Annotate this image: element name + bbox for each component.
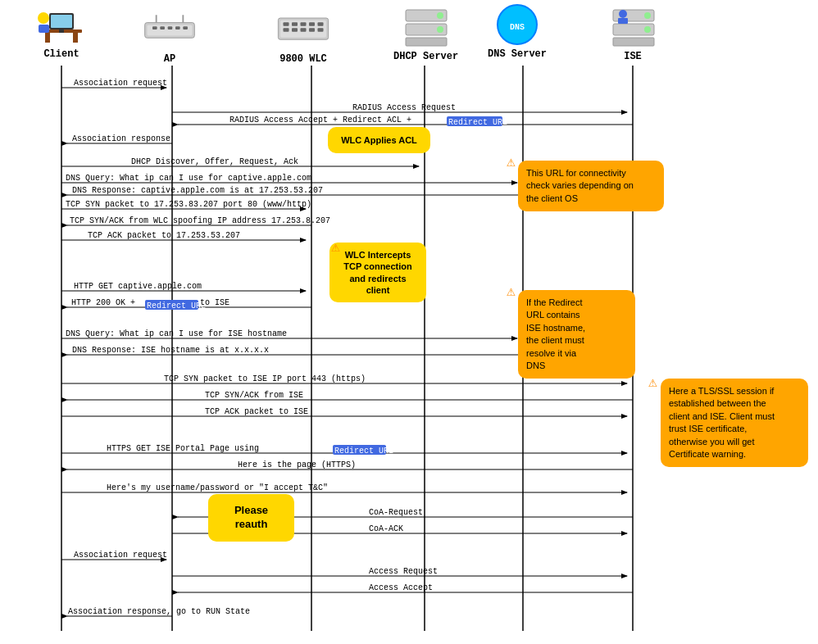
svg-rect-60 <box>292 28 298 31</box>
callout-wlc-applies-acl: WLC Applies ACL <box>328 127 430 153</box>
svg-text:DNS: DNS <box>509 23 524 32</box>
svg-rect-19 <box>145 300 198 310</box>
svg-rect-39 <box>51 15 72 28</box>
msg-label-m7: DNS Response: captive.apple.com is at 17… <box>72 186 323 195</box>
svg-rect-59 <box>284 28 289 31</box>
msg-label-m4: Association response <box>72 134 170 143</box>
warn-icon-3: ⚠ <box>507 282 516 300</box>
msg-label-m6: DNS Query: What ip can I use for captive… <box>66 174 311 183</box>
msg-label-m24: Access Request <box>369 567 438 576</box>
svg-point-67 <box>437 26 443 33</box>
dns-label: DNS Server <box>488 48 547 60</box>
actor-dns: DNS DNS Server <box>488 2 547 60</box>
svg-rect-75 <box>613 38 654 46</box>
msg-label-m12b: Redirect URL <box>147 302 206 311</box>
svg-point-72 <box>644 12 651 19</box>
svg-point-65 <box>437 12 443 19</box>
svg-rect-58 <box>318 22 324 25</box>
ise-icon <box>604 4 661 49</box>
msg-label-m8: TCP SYN packet to 17.253.83.207 port 80 … <box>66 200 311 209</box>
wlc-label: 9800 WLC <box>279 53 327 65</box>
svg-rect-45 <box>152 26 157 29</box>
dhcp-label: DHCP Server <box>393 51 458 62</box>
msg-label-m2: RADIUS Access Request <box>352 103 456 112</box>
svg-rect-62 <box>309 28 315 31</box>
msg-label-m11: HTTP GET captive.apple.com <box>74 282 202 291</box>
dhcp-icon <box>398 4 455 49</box>
msg-label-m19: Here is the page (HTTPS) <box>238 460 356 469</box>
diagram: Association request RADIUS Access Reques… <box>0 0 818 644</box>
msg-label-m20: Here's my username/password or "I accept… <box>107 483 328 492</box>
msg-label-m3b: Redirect URL <box>448 118 507 127</box>
svg-rect-37 <box>73 33 78 43</box>
svg-point-76 <box>619 10 627 18</box>
msg-label-m18b: Redirect URL <box>334 447 393 456</box>
msg-label-m26: Association response, go to RUN State <box>68 607 250 616</box>
warn-icon-2: ⚠ <box>331 238 340 256</box>
wlc-icon <box>275 7 332 52</box>
warn-icon-1: ⚠ <box>507 152 516 170</box>
msg-label-m10: TCP ACK packet to 17.253.53.207 <box>88 231 240 240</box>
dns-icon: DNS <box>489 2 546 47</box>
warn-icon-4: ⚠ <box>648 373 657 391</box>
msg-label-m13: DNS Query: What ip can I use for ISE hos… <box>66 329 287 338</box>
actor-client: Client <box>33 2 90 60</box>
svg-rect-57 <box>309 22 315 25</box>
ise-label: ISE <box>624 51 642 62</box>
msg-label-m18a: HTTPS GET ISE Portal Page using <box>107 444 259 453</box>
svg-rect-56 <box>301 22 307 25</box>
msg-label-m5: DHCP Discover, Offer, Request, Ack <box>131 157 298 166</box>
msg-label-m15: TCP SYN packet to ISE IP port 443 (https… <box>164 374 366 383</box>
msg-label-m3a: RADIUS Access Accept + Redirect ACL + <box>229 116 411 125</box>
svg-rect-48 <box>175 26 180 29</box>
msg-label-m22: CoA-ACK <box>369 524 403 533</box>
ap-icon <box>141 7 198 52</box>
svg-rect-46 <box>160 26 165 29</box>
svg-rect-40 <box>59 29 64 33</box>
svg-point-41 <box>38 12 49 24</box>
svg-rect-61 <box>301 28 307 31</box>
actor-wlc: 9800 WLC <box>275 7 332 65</box>
svg-rect-68 <box>406 38 447 46</box>
callout-tls-ssl: Here a TLS/SSL session ifestablished bet… <box>661 379 808 467</box>
svg-rect-9 <box>447 116 502 126</box>
callout-redirect-dns: If the RedirectURL containsISE hostname,… <box>518 290 635 379</box>
ap-label: AP <box>164 53 175 65</box>
msg-label-m14: DNS Response: ISE hostname is at x.x.x.x <box>72 346 269 355</box>
msg-label-m16: TCP SYN/ACK from ISE <box>205 391 303 400</box>
svg-rect-42 <box>39 25 49 33</box>
msg-label-m1: Association request <box>74 79 167 88</box>
svg-rect-47 <box>168 26 173 29</box>
svg-rect-55 <box>292 22 298 25</box>
client-icon <box>33 2 90 47</box>
svg-rect-54 <box>284 22 289 25</box>
msg-label-m9: TCP SYN/ACK from WLC spoofing IP address… <box>70 216 330 225</box>
svg-rect-63 <box>318 28 324 31</box>
actor-ise: ISE <box>604 4 661 62</box>
actor-dhcp: DHCP Server <box>393 4 458 62</box>
svg-point-74 <box>644 26 651 33</box>
msg-label-m25: Access Accept <box>369 583 433 592</box>
msg-label-m23: Association request <box>74 551 167 560</box>
callout-url-connectivity: This URL for connectivitycheck varies de… <box>518 161 664 211</box>
msg-label-m12a: HTTP 200 OK + <box>71 298 135 307</box>
svg-rect-26 <box>333 445 386 455</box>
callout-wlc-intercepts: WLC InterceptsTCP connectionand redirect… <box>329 243 426 302</box>
svg-rect-77 <box>618 18 628 24</box>
client-label: Client <box>43 48 79 60</box>
msg-label-m17: TCP ACK packet to ISE <box>205 407 308 416</box>
svg-rect-36 <box>45 33 50 43</box>
msg-label-m21: CoA-Request <box>369 508 423 517</box>
msg-label-m12c: to ISE <box>200 298 229 307</box>
callout-please-reauth: Pleasereauth <box>208 494 294 542</box>
svg-rect-49 <box>183 26 188 29</box>
actor-ap: AP <box>141 7 198 65</box>
